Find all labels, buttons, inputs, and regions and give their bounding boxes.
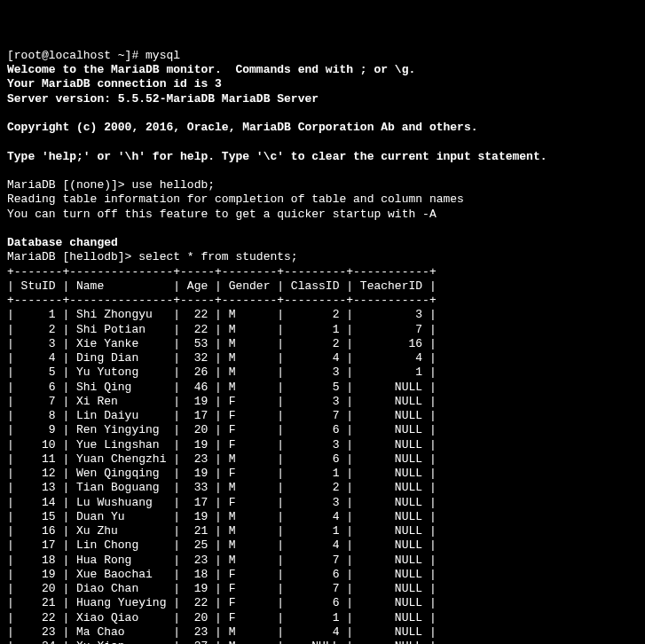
table-row: | 15 | Duan Yu | 19 | M | 4 | NULL | — [7, 510, 437, 523]
table-row: | 11 | Yuan Chengzhi | 23 | M | 6 | NULL… — [7, 452, 437, 466]
table-row: | 6 | Shi Qing | 46 | M | 5 | NULL | — [7, 381, 437, 394]
table-row: | 4 | Ding Dian | 32 | M | 4 | 4 | — [7, 351, 437, 365]
table-row: | 9 | Ren Yingying | 20 | F | 6 | NULL | — [7, 423, 437, 436]
use-msg-1: Reading table information for completion… — [7, 192, 464, 206]
table-row: | 3 | Xie Yanke | 53 | M | 2 | 16 | — [7, 337, 437, 350]
table-row: | 16 | Xu Zhu | 21 | M | 1 | NULL | — [7, 524, 437, 538]
table-row: | 1 | Shi Zhongyu | 22 | M | 2 | 3 | — [7, 308, 437, 321]
sql-command-select: select * from students; — [138, 250, 297, 263]
table-row: | 23 | Ma Chao | 23 | M | 4 | NULL | — [7, 625, 437, 639]
use-msg-2: You can turn off this feature to get a q… — [7, 208, 437, 221]
table-row: | 2 | Shi Potian | 22 | M | 1 | 7 | — [7, 323, 437, 336]
table-row: | 7 | Xi Ren | 19 | F | 3 | NULL | — [7, 395, 437, 408]
shell-prompt: [root@localhost ~]# — [7, 49, 146, 62]
welcome-line-1: Welcome to the MariaDB monitor. Commands… — [7, 63, 415, 76]
mariadb-prompt-hellodb: MariaDB [hellodb]> — [7, 250, 138, 263]
welcome-line-2: Your MariaDB connection id is 3 — [7, 77, 222, 90]
table-row: | 18 | Hua Rong | 23 | M | 7 | NULL | — [7, 554, 437, 567]
database-changed: Database changed — [7, 236, 118, 249]
table-row: | 22 | Xiao Qiao | 20 | F | 1 | NULL | — [7, 611, 437, 624]
table-row: | 24 | Xu Xian | 27 | M | NULL | NULL | — [7, 640, 437, 644]
table-row: | 8 | Lin Daiyu | 17 | F | 7 | NULL | — [7, 409, 437, 422]
welcome-line-3: Server version: 5.5.52-MariaDB MariaDB S… — [7, 92, 319, 106]
table-row: | 19 | Xue Baochai | 18 | F | 6 | NULL | — [7, 568, 437, 581]
table-row: | 12 | Wen Qingqing | 19 | F | 1 | NULL … — [7, 467, 437, 480]
table-row: | 13 | Tian Boguang | 33 | M | 2 | NULL … — [7, 481, 437, 494]
table-row: | 17 | Lin Chong | 25 | M | 4 | NULL | — [7, 538, 437, 552]
table-row: | 5 | Yu Yutong | 26 | M | 3 | 1 | — [7, 365, 437, 379]
shell-command: mysql — [146, 49, 180, 62]
help-line: Type 'help;' or '\h' for help. Type '\c'… — [7, 150, 547, 163]
table-row: | 20 | Diao Chan | 19 | F | 7 | NULL | — [7, 582, 437, 595]
mariadb-prompt-none: MariaDB [(none)]> — [7, 178, 131, 192]
table-row: | 10 | Yue Lingshan | 19 | F | 3 | NULL … — [7, 438, 437, 452]
table-separator-mid: +-------+---------------+-----+--------+… — [7, 294, 437, 307]
table-header: | StuID | Name | Age | Gender | ClassID … — [7, 279, 437, 293]
sql-command-use: use hellodb; — [131, 178, 215, 192]
table-separator-top: +-------+---------------+-----+--------+… — [7, 265, 437, 279]
table-row: | 21 | Huang Yueying | 22 | F | 6 | NULL… — [7, 596, 437, 609]
copyright-line: Copyright (c) 2000, 2016, Oracle, MariaD… — [7, 121, 478, 134]
table-row: | 14 | Lu Wushuang | 17 | F | 3 | NULL | — [7, 496, 437, 509]
